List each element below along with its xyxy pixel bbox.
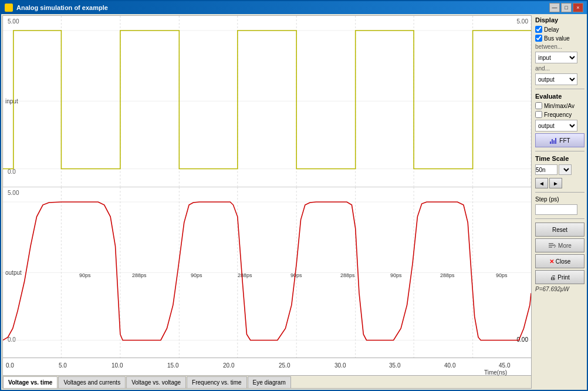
more-label: More: [558, 242, 572, 249]
nav-row: ◄ ►: [535, 178, 584, 188]
minmaxav-checkbox[interactable]: [535, 102, 542, 109]
close-label: Close: [556, 258, 571, 265]
reset-label: Reset: [552, 227, 567, 233]
more-button[interactable]: More: [535, 238, 584, 252]
tab-frequency-vs-time[interactable]: Frequency vs. time: [187, 376, 246, 388]
divider-1: [535, 89, 584, 89]
svg-rect-38: [555, 138, 556, 144]
tab-voltages-currents[interactable]: Voltages and currents: [58, 376, 126, 388]
timescale-row: ▼: [535, 164, 584, 175]
svg-text:25.0: 25.0: [279, 362, 290, 369]
svg-text:10.0: 10.0: [111, 362, 123, 369]
evaluate-label: Evaluate: [535, 93, 584, 100]
window-icon: [5, 4, 13, 12]
divider-3: [535, 192, 584, 193]
svg-rect-36: [552, 139, 553, 144]
more-icon: [548, 242, 556, 249]
between-label: between...: [535, 43, 584, 50]
timescale-input[interactable]: [535, 164, 557, 175]
display-section-label: Display: [535, 16, 584, 23]
svg-rect-35: [550, 141, 551, 144]
step-label: Step (ps): [535, 196, 584, 203]
maximize-button[interactable]: □: [561, 3, 572, 12]
frequency-checkbox-row: Frequency: [535, 111, 584, 118]
between-output-select[interactable]: output: [535, 73, 577, 85]
delay-label: Delay: [544, 26, 559, 33]
svg-rect-37: [553, 140, 555, 144]
svg-rect-41: [549, 247, 552, 248]
tab-voltage-vs-time[interactable]: Voltage vs. time: [3, 376, 58, 388]
delay-checkbox[interactable]: [535, 26, 542, 33]
print-icon: 🖨: [550, 274, 556, 281]
fft-button[interactable]: FFT: [535, 133, 584, 147]
x-axis: 0.0 5.0 10.0 15.0 20.0 25.0 30.0 35.0 40…: [3, 358, 531, 375]
lower-chart-svg: [3, 187, 531, 358]
busvalue-checkbox-row: Bus value: [535, 35, 584, 42]
timescale-label: Time Scale: [535, 155, 584, 162]
minmaxav-checkbox-row: Min/max/Av: [535, 102, 584, 109]
upper-chart-svg: [3, 16, 531, 187]
svg-text:5.0: 5.0: [59, 362, 67, 369]
window-title: Analog simulation of example: [16, 4, 108, 11]
svg-text:0.0: 0.0: [6, 362, 14, 369]
fft-icon: [549, 137, 557, 144]
print-button[interactable]: 🖨 Print: [535, 270, 584, 284]
svg-rect-40: [549, 245, 555, 246]
close-button[interactable]: ✕ Close: [535, 254, 584, 268]
chart-area: 5.00 input 0.0 5.00: [2, 15, 532, 389]
frequency-label: Frequency: [544, 112, 572, 118]
tabs-bar: Voltage vs. time Voltages and currents V…: [3, 375, 531, 388]
svg-text:45.0: 45.0: [499, 362, 511, 369]
frequency-checkbox[interactable]: [535, 111, 542, 118]
upper-chart: 5.00 input 0.0 5.00: [3, 16, 531, 187]
delay-checkbox-row: Delay: [535, 26, 584, 33]
svg-text:15.0: 15.0: [167, 362, 179, 369]
print-label: Print: [557, 274, 570, 281]
close-window-button[interactable]: ×: [573, 3, 583, 12]
between-input-select[interactable]: input: [535, 52, 577, 63]
tab-voltage-vs-voltage[interactable]: Voltage vs. voltage: [126, 376, 186, 388]
lower-chart: 5.00 output 0.0 0.00 90ps 288ps 90ps 288…: [3, 187, 531, 358]
nav-right-button[interactable]: ►: [549, 178, 562, 188]
title-buttons: — □ ×: [549, 3, 583, 12]
x-axis-svg: 0.0 5.0 10.0 15.0 20.0 25.0 30.0 35.0 40…: [3, 358, 531, 376]
main-content: 5.00 input 0.0 5.00: [1, 14, 587, 390]
minimize-button[interactable]: —: [549, 3, 560, 12]
svg-rect-39: [549, 243, 553, 244]
right-panel: Display Delay Bus value between... input…: [533, 14, 587, 390]
timescale-dropdown[interactable]: ▼: [559, 164, 572, 175]
svg-text:Time(ns): Time(ns): [484, 369, 507, 376]
divider-2: [535, 151, 584, 151]
evaluate-output-select[interactable]: output: [535, 120, 577, 132]
minmaxav-label: Min/max/Av: [544, 103, 575, 109]
close-x-icon: ✕: [549, 258, 554, 265]
nav-left-button[interactable]: ◄: [535, 178, 548, 188]
svg-text:30.0: 30.0: [334, 362, 346, 369]
main-window: Analog simulation of example — □ × 5.00 …: [0, 0, 588, 391]
step-input[interactable]: 3.000: [535, 204, 577, 215]
divider-4: [535, 218, 584, 219]
svg-text:35.0: 35.0: [389, 362, 401, 369]
title-bar: Analog simulation of example — □ ×: [1, 1, 587, 14]
busvalue-checkbox[interactable]: [535, 35, 542, 42]
svg-text:40.0: 40.0: [444, 362, 456, 369]
and-label: and...: [535, 65, 584, 72]
svg-text:20.0: 20.0: [223, 362, 235, 369]
fft-label: FFT: [559, 137, 570, 144]
busvalue-label: Bus value: [544, 35, 570, 42]
power-display: P=67.692μW: [535, 286, 584, 292]
reset-button[interactable]: Reset: [535, 223, 584, 237]
tab-eye-diagram[interactable]: Eye diagram: [248, 376, 291, 388]
